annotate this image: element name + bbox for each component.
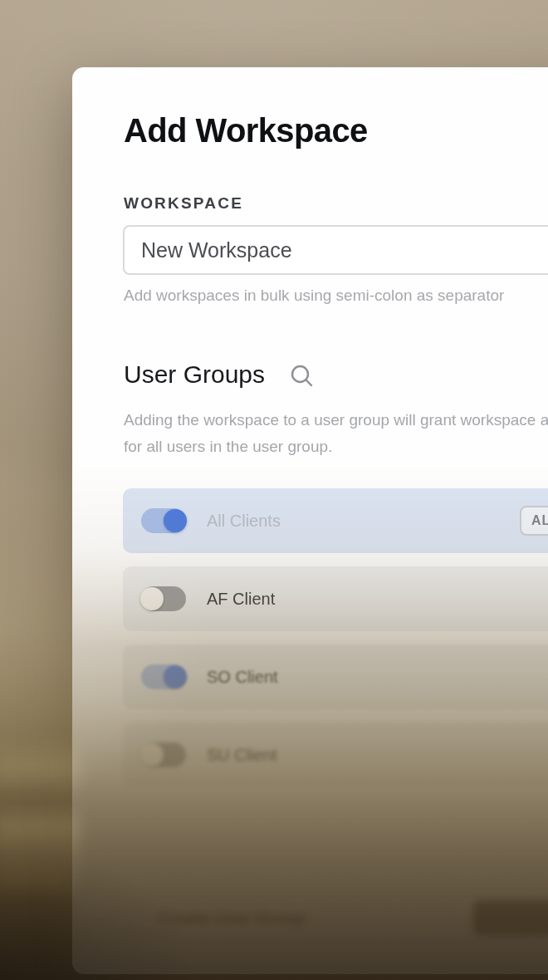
workspace-field-label: WORKSPACE: [124, 195, 243, 211]
toggle-su-client[interactable]: [141, 742, 186, 767]
toggle-knob: [164, 665, 187, 688]
user-groups-header: User Groups: [124, 360, 316, 390]
toggle-all-clients[interactable]: [141, 508, 186, 533]
workspace-input[interactable]: [123, 225, 548, 275]
user-group-row-so-client[interactable]: SO Client: [123, 644, 548, 709]
modal-footer: Create User Group: [123, 899, 548, 936]
create-user-group-button[interactable]: Create User Group: [158, 909, 306, 928]
toggle-so-client[interactable]: [141, 664, 186, 689]
user-group-name: AF Client: [207, 590, 275, 609]
toggle-knob: [164, 509, 187, 532]
user-groups-heading: User Groups: [124, 362, 265, 387]
modal-title: Add Workspace: [124, 114, 368, 147]
primary-action-button[interactable]: [473, 900, 548, 935]
search-icon[interactable]: [289, 363, 316, 390]
user-group-list: All Clients ALL AF Client SO Client SU C…: [123, 488, 548, 801]
description-line-1: Adding the workspace to a user group wil…: [124, 407, 548, 434]
user-group-row-all-clients[interactable]: All Clients ALL: [123, 488, 548, 553]
user-group-row-su-client[interactable]: SU Client: [123, 723, 548, 787]
workspace-helper-text: Add workspaces in bulk using semi-colon …: [124, 286, 504, 306]
user-group-name: SU Client: [207, 746, 276, 765]
toggle-knob: [140, 587, 164, 610]
all-badge: ALL: [520, 506, 548, 536]
user-groups-description: Adding the workspace to a user group wil…: [124, 407, 548, 460]
user-group-name: SO Client: [207, 668, 278, 687]
user-group-row-af-client[interactable]: AF Client: [123, 566, 548, 631]
toggle-af-client[interactable]: [141, 586, 186, 611]
toggle-knob: [140, 743, 164, 767]
description-line-2: for all users in the user group.: [124, 434, 548, 460]
user-group-name: All Clients: [207, 512, 281, 531]
add-workspace-modal: Add Workspace WORKSPACE Add workspaces i…: [72, 67, 548, 974]
modal-fade-layer: Add Workspace WORKSPACE Add workspaces i…: [0, 0, 548, 980]
